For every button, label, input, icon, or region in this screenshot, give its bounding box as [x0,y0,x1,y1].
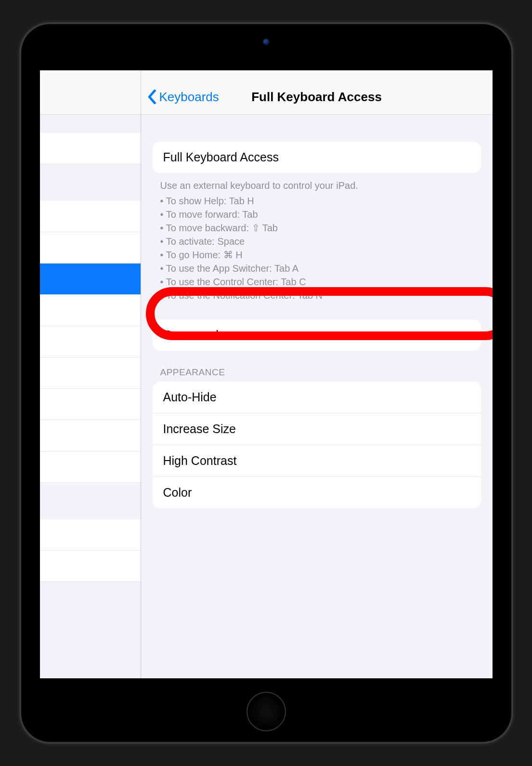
sidebar-item[interactable] [40,451,141,483]
commands-card: Commands [153,319,481,351]
sidebar-group-3 [40,519,141,582]
shortcut-item: To go Home: ⌘ H [160,248,473,262]
row-label: Full Keyboard Access [163,150,279,164]
row-label: High Contrast [163,454,237,467]
sidebar-gap [40,164,141,183]
sidebar-item-selected[interactable] [40,264,141,295]
page-title: Full Keyboard Access [251,90,382,105]
ipad-frame: ss ck de [21,24,511,742]
sidebar-group-1 [40,133,141,164]
sidebar-header [40,70,141,115]
sidebar-item[interactable] [40,551,141,582]
sidebar-item[interactable] [40,295,141,326]
shortcut-item: To use the Notification Center: Tab N [160,289,473,302]
screen: ss ck de [40,70,493,678]
home-button[interactable] [247,692,286,731]
shortcut-item: To use the App Switcher: Tab A [160,262,473,275]
detail-pane: Keyboards Full Keyboard Access Full Keyb… [141,70,493,678]
back-button[interactable]: Keyboards [141,89,219,105]
back-label: Keyboards [159,90,219,105]
sidebar-item[interactable]: ss [40,201,141,232]
sidebar-item[interactable] [40,133,141,164]
auto-hide-row[interactable]: Auto-Hide [153,382,481,413]
fka-toggle-card: Full Keyboard Access [153,142,481,173]
chevron-left-icon [147,89,156,105]
appearance-header: APPEARANCE [160,367,473,378]
footer-intro: Use an external keyboard to control your… [160,180,358,191]
fka-toggle-row[interactable]: Full Keyboard Access [153,142,481,173]
row-label: Auto-Hide [163,390,217,404]
shortcut-item: To activate: Space [160,235,473,248]
row-label: Color [163,486,192,499]
shortcut-item: To use the Control Center: Tab C [160,275,473,289]
row-label: Increase Size [163,422,236,436]
row-label: Commands [163,328,225,342]
sidebar-item[interactable] [40,420,141,451]
increase-size-row[interactable]: Increase Size [153,413,481,445]
sidebar-group-2: ss ck de [40,201,141,483]
front-camera [263,39,270,45]
settings-sidebar: ss ck de [40,70,141,678]
sidebar-item[interactable]: de [40,389,141,420]
high-contrast-row[interactable]: High Contrast [153,445,481,476]
commands-row[interactable]: Commands [153,319,481,351]
appearance-card: Auto-Hide Increase Size High Contrast Co… [153,382,481,508]
sidebar-item[interactable] [40,357,141,389]
sidebar-item[interactable]: ck [40,232,141,264]
shortcut-item: To move backward: ⇧ Tab [160,221,473,235]
sidebar-gap [40,483,141,501]
sidebar-item[interactable] [40,519,141,551]
shortcut-list: To show Help: Tab H To move forward: Tab… [160,194,473,302]
color-row[interactable]: Color [153,476,481,508]
fka-footer-text: Use an external keyboard to control your… [160,179,473,302]
shortcut-item: To show Help: Tab H [160,194,473,208]
shortcut-item: To move forward: Tab [160,208,473,221]
nav-bar: Keyboards Full Keyboard Access [141,70,493,115]
sidebar-item[interactable] [40,326,141,357]
detail-content: Full Keyboard Access Use an external key… [141,115,493,508]
